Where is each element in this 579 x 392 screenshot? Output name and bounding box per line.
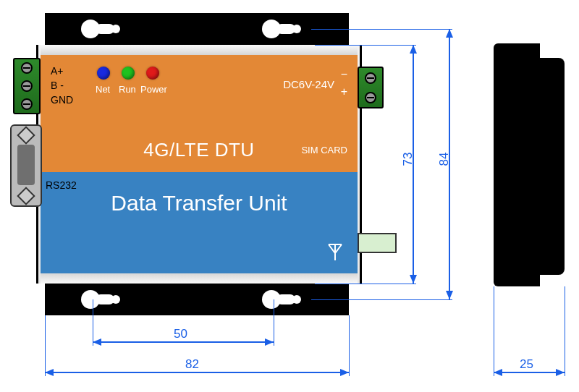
led-run: [122, 67, 135, 80]
ext-line: [565, 286, 565, 376]
ext-line: [45, 315, 46, 376]
dim-body-height-value: 73: [401, 153, 415, 166]
ext-line: [311, 299, 452, 300]
ext-line: [311, 29, 452, 30]
led-power-label: Power: [140, 84, 167, 95]
screw-icon: [21, 80, 33, 92]
power-minus-label: −: [341, 68, 347, 81]
bottom-flange: [45, 284, 349, 315]
dim-hole-pitch-value: 50: [174, 327, 187, 341]
top-flange: [45, 13, 349, 45]
hex-nut-icon: [17, 187, 35, 205]
dimension-drawing: A+ B - GND Net Run Power DC6V-24V − + 4G…: [0, 0, 579, 392]
led-net-label: Net: [96, 84, 110, 95]
label-a-plus: A+: [51, 65, 64, 77]
sim-card-label: SIM CARD: [301, 145, 347, 155]
sma-connector: [358, 233, 397, 253]
rs485-terminal: [13, 58, 41, 114]
db9-pins: [17, 145, 35, 185]
ext-line: [349, 315, 350, 376]
antenna-icon: [327, 243, 343, 260]
hex-nut-icon: [17, 126, 35, 144]
dim-overall-height-value: 84: [437, 153, 452, 166]
label-gnd: GND: [51, 94, 73, 106]
power-terminal: [358, 67, 384, 108]
ext-line: [315, 45, 416, 46]
screw-icon: [21, 62, 33, 74]
ext-line: [315, 284, 416, 284]
dim-hole-pitch: [93, 341, 274, 343]
side-view: [494, 43, 540, 286]
led-net: [97, 67, 110, 80]
dim-overall-width-value: 82: [185, 357, 199, 372]
ext-line: [494, 286, 494, 376]
power-plus-label: +: [341, 85, 347, 98]
bezel-bottom: [41, 273, 358, 284]
panel-lower: Data Transfer Unit: [41, 172, 358, 273]
power-range-label: DC6V-24V: [283, 78, 334, 90]
dim-depth-value: 25: [520, 357, 533, 372]
label-b-minus: B -: [51, 80, 64, 91]
rs232-label: RS232: [46, 179, 77, 191]
device-body: A+ B - GND Net Run Power DC6V-24V − + 4G…: [36, 45, 362, 284]
rs232-port: [10, 124, 42, 207]
panel-upper: A+ B - GND Net Run Power DC6V-24V − + 4G…: [41, 55, 358, 172]
screw-icon: [21, 98, 33, 110]
screw-icon: [365, 72, 376, 84]
led-run-label: Run: [119, 84, 136, 95]
bezel-top: [41, 45, 358, 55]
screw-icon: [365, 92, 376, 103]
led-power: [146, 67, 159, 80]
ext-line: [274, 299, 274, 346]
title-lower: Data Transfer Unit: [41, 191, 358, 216]
dim-overall-width: [45, 372, 349, 373]
dim-depth: [494, 372, 565, 373]
